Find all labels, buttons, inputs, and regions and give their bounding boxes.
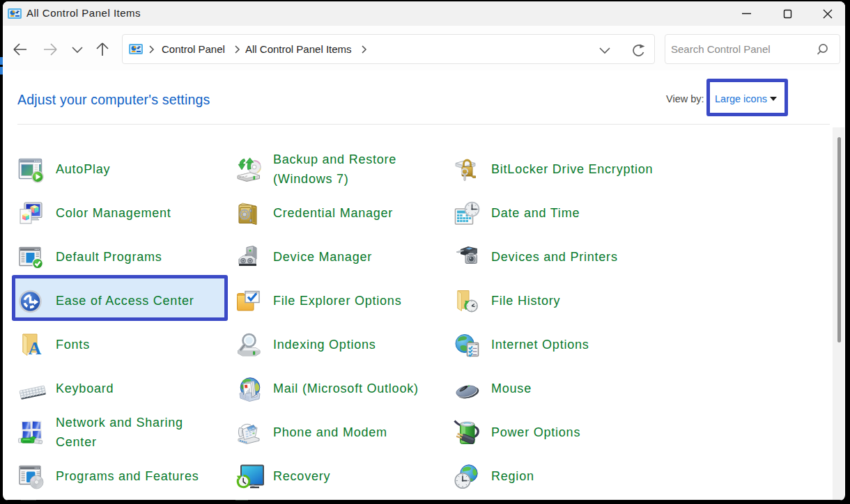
- svg-text:A: A: [29, 338, 42, 359]
